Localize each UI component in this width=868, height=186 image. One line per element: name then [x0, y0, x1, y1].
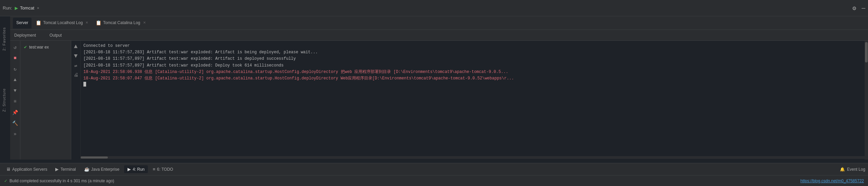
output-action-bar: ▲ ▼ ⇌ 🖨 [71, 41, 81, 160]
console-line-1: [2021-08-18 11:57:57,283] Artifact test:… [83, 49, 862, 56]
terminal-icon: ▶ [55, 167, 59, 172]
todo-label: 6: TODO [157, 167, 173, 172]
run-bottom-icon: ▶ [127, 167, 131, 172]
console-output: Connected to server [2021-08-18 11:57:57… [81, 41, 865, 156]
top-right-actions: ⚙ — [852, 4, 865, 12]
console-line-2: [2021-08-18 11:57:57,897] Artifact test:… [83, 56, 862, 62]
event-log-label: Event Log [847, 167, 865, 172]
tab-catalina-log[interactable]: 📋 Tomcat Catalina Log ✕ [92, 18, 149, 29]
bottom-tab-app-servers[interactable]: 🖥 Application Servers [3, 165, 51, 173]
status-right-link[interactable]: https://blog.csdn.net/m0_47585722 [801, 179, 864, 183]
print-output-icon[interactable]: 🖨 [72, 71, 80, 79]
scroll-down-output-icon[interactable]: ▼ [72, 52, 80, 60]
run-label: Run: [3, 5, 12, 11]
run-bottom-label: 4: Run [133, 167, 144, 172]
vertical-scrollbar[interactable] [865, 41, 868, 160]
status-text: Build completed successfully in 4 s 301 … [9, 179, 114, 183]
settings-icon[interactable]: ⚙ [852, 4, 856, 12]
tab-server[interactable]: Server [13, 18, 32, 29]
pin-icon[interactable]: 📌 [12, 109, 19, 116]
todo-icon: ≡ [153, 167, 155, 172]
bottom-tab-terminal[interactable]: ▶ Terminal [52, 165, 79, 173]
tab-localhost-log-label: Tomcat Localhost Log [43, 20, 83, 25]
more-icon[interactable]: » [12, 130, 19, 138]
deploy-item[interactable]: ✔ test:war ex [22, 43, 70, 51]
tab-localhost-log-icon: 📋 [36, 20, 41, 25]
h-scrollbar-thumb[interactable] [81, 156, 108, 159]
java-label: Java Enterprise [91, 167, 119, 172]
tab-localhost-log-close[interactable]: ✕ [85, 21, 88, 24]
console-line-5: 18-Aug-2021 23:58:07.047 信息 [Catalina-ut… [83, 75, 862, 82]
tab-catalina-log-icon: 📋 [96, 20, 101, 25]
console-cursor-line [83, 82, 862, 87]
restart-icon[interactable]: ↺ [12, 43, 19, 51]
horizontal-scrollbar[interactable] [81, 156, 865, 159]
bottom-tab-todo[interactable]: ≡ 6: TODO [149, 165, 176, 173]
favorites-label: 2: Favorites [2, 27, 6, 51]
bottom-tab-run[interactable]: ▶ 4: Run [124, 165, 148, 173]
deployment-area: ✔ test:war ex [20, 41, 71, 160]
tab-server-label: Server [16, 20, 28, 25]
run-icon: ▶ [15, 5, 18, 12]
stop-icon[interactable]: ■ [12, 54, 19, 62]
scroll-down-icon[interactable]: ▼ [12, 87, 19, 94]
tab-catalina-log-close[interactable]: ✕ [143, 21, 146, 24]
wrap-output-icon[interactable]: ⇌ [72, 62, 80, 69]
app-servers-label: Application Servers [12, 167, 47, 172]
deploy-item-label: test:war ex [29, 45, 49, 50]
console-line-0: Connected to server [83, 43, 862, 49]
deploy-check-icon: ✔ [24, 45, 27, 50]
refresh-icon[interactable]: ↻ [12, 65, 19, 73]
event-log-icon: 🔔 [840, 167, 845, 172]
app-servers-icon: 🖥 [6, 167, 11, 172]
build-check-icon: ✓ [4, 179, 7, 183]
tab-localhost-log[interactable]: 📋 Tomcat Localhost Log ✕ [32, 18, 92, 29]
event-log-button[interactable]: 🔔 Event Log [840, 167, 865, 172]
build-icon[interactable]: 🔨 [12, 119, 19, 127]
scrollbar-thumb[interactable] [865, 42, 868, 62]
output-col-header: Output [50, 33, 62, 38]
bottom-tab-java[interactable]: ☕ Java Enterprise [81, 165, 123, 173]
console-line-3: [2021-08-18 11:57:57,897] Artifact test:… [83, 62, 862, 69]
sub-header: Deployment Output [10, 30, 868, 41]
log-tab-bar: Server 📋 Tomcat Localhost Log ✕ 📋 Tomcat… [10, 16, 868, 30]
java-icon: ☕ [84, 167, 90, 172]
deployment-col-header: Deployment [14, 33, 36, 38]
bottom-toolbar: 🖥 Application Servers ▶ Terminal ☕ Java … [0, 163, 868, 175]
scroll-up-output-icon[interactable]: ▲ [72, 43, 80, 50]
console-line-4: 18-Aug-2021 23:58:06.938 信息 [Catalina-ut… [83, 69, 862, 75]
scroll-up-icon[interactable]: ▲ [12, 76, 19, 83]
minimize-icon[interactable]: — [862, 5, 865, 12]
top-bar: Run: ▶ Tomcat ✕ ⚙ — [0, 0, 868, 16]
terminal-label: Terminal [60, 167, 76, 172]
status-bar: ✓ Build completed successfully in 4 s 30… [0, 175, 868, 186]
cursor [83, 82, 86, 87]
action-bar: ↺ ■ ↻ ▲ ▼ ≡ 📌 🔨 » [10, 41, 20, 160]
tab-catalina-log-label: Tomcat Catalina Log [103, 20, 140, 25]
run-tab-title: Tomcat [20, 5, 34, 11]
structure-label: Z: Structure [2, 88, 6, 112]
list-icon[interactable]: ≡ [12, 98, 19, 105]
run-tab-close[interactable]: ✕ [37, 6, 39, 10]
